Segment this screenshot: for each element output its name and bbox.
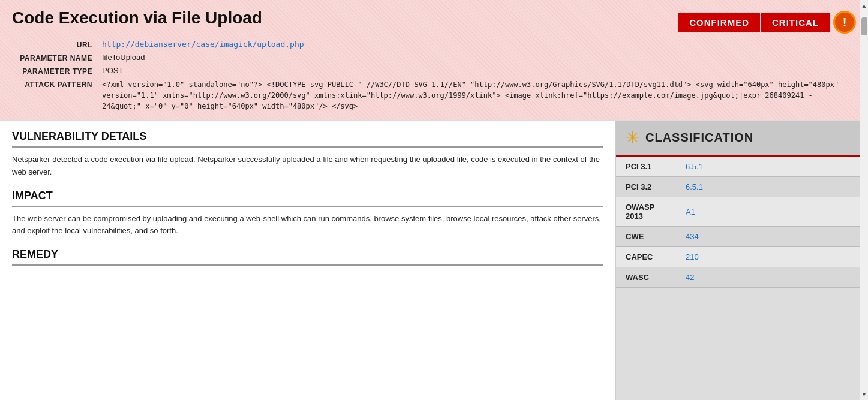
classification-table: PCI 3.1 6.5.1 PCI 3.2 6.5.1 OWASP 2013 A… (616, 157, 868, 288)
scroll-down-arrow[interactable]: ▼ (861, 389, 867, 400)
title-row: Code Execution via File Upload CONFIRMED… (12, 8, 856, 34)
impact-text: The web server can be compromised by upl… (12, 213, 603, 238)
content-area: VULNERABILITY DETAILS Netsparker detecte… (0, 121, 868, 400)
table-row: CWE 434 (616, 227, 868, 247)
classification-value: 210 (676, 247, 868, 267)
classification-label: PCI 3.2 (616, 177, 676, 197)
scroll-thumb[interactable] (861, 17, 867, 35)
classification-label: WASC (616, 267, 676, 288)
table-row: OWASP 2013 A1 (616, 197, 868, 227)
vulnerability-text: Netsparker detected a code execution via… (12, 154, 603, 179)
classification-link[interactable]: 434 (686, 232, 699, 241)
classification-link[interactable]: 6.5.1 (686, 162, 703, 171)
info-grid: URL http://debianserver/case/imagick/upl… (12, 40, 856, 112)
classification-value: 6.5.1 (676, 157, 868, 177)
classification-value: 434 (676, 227, 868, 247)
classification-link[interactable]: 42 (686, 273, 694, 282)
alert-icon: ! (833, 11, 856, 34)
attack-pattern-value: <?xml version="1.0" standalone="no"?> <!… (102, 79, 856, 112)
classification-label: OWASP 2013 (616, 197, 676, 227)
page-title: Code Execution via File Upload (12, 8, 262, 28)
classification-title: CLASSIFICATION (645, 131, 753, 145)
param-name-value: fileToUpload (102, 53, 856, 62)
attack-pattern-label: ATTACK PATTERN (12, 79, 102, 112)
classification-link[interactable]: A1 (686, 207, 695, 216)
param-name-label: PARAMETER NAME (12, 53, 102, 62)
classification-link[interactable]: 6.5.1 (686, 182, 703, 191)
vulnerability-title: VULNERABILITY DETAILS (12, 130, 603, 148)
url-label: URL (12, 40, 102, 49)
header-section: Code Execution via File Upload CONFIRMED… (0, 0, 868, 121)
classification-link[interactable]: 210 (686, 252, 699, 261)
classification-label: CAPEC (616, 247, 676, 267)
scroll-up-arrow[interactable]: ▲ (861, 0, 867, 11)
classification-value: 42 (676, 267, 868, 288)
confirmed-badge: CONFIRMED (678, 13, 760, 32)
table-row: PCI 3.1 6.5.1 (616, 157, 868, 177)
table-row: CAPEC 210 (616, 247, 868, 267)
param-type-label: PARAMETER TYPE (12, 66, 102, 76)
badge-row: CONFIRMED CRITICAL ! (678, 11, 856, 34)
url-value: http://debianserver/case/imagick/upload.… (102, 40, 856, 49)
classification-label: PCI 3.1 (616, 157, 676, 177)
classification-value: A1 (676, 197, 868, 227)
scrollbar[interactable]: ▲ ▼ (860, 0, 868, 400)
remedy-title: REMEDY (12, 248, 603, 266)
table-row: PCI 3.2 6.5.1 (616, 177, 868, 197)
url-link[interactable]: http://debianserver/case/imagick/upload.… (102, 40, 304, 49)
table-row: WASC 42 (616, 267, 868, 288)
left-panel: VULNERABILITY DETAILS Netsparker detecte… (0, 121, 616, 400)
critical-badge: CRITICAL (761, 13, 830, 32)
classification-label: CWE (616, 227, 676, 247)
param-type-value: POST (102, 66, 856, 76)
main-container: Code Execution via File Upload CONFIRMED… (0, 0, 868, 400)
classification-header: ✳ CLASSIFICATION (616, 121, 868, 157)
star-icon: ✳ (626, 128, 639, 148)
impact-title: IMPACT (12, 190, 603, 207)
right-panel: ✳ CLASSIFICATION PCI 3.1 6.5.1 PCI 3.2 6… (616, 121, 868, 400)
classification-value: 6.5.1 (676, 177, 868, 197)
